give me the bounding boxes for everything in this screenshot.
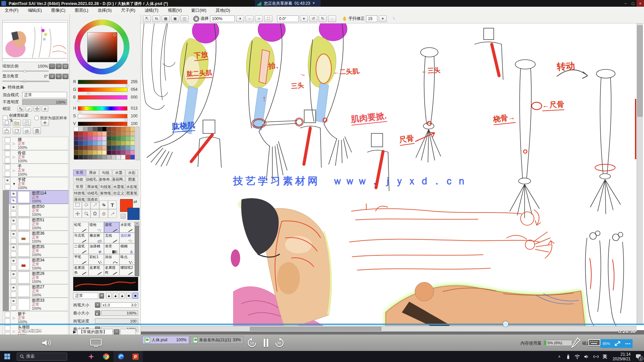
layer-visibility-checkbox[interactable]: 👁 [11, 298, 16, 304]
text-tool[interactable]: T [108, 200, 117, 209]
color-swatch[interactable] [125, 150, 130, 155]
brush-item[interactable]: 选区擦 [119, 233, 135, 243]
clear-layer-button[interactable] [23, 127, 31, 134]
color-swatch[interactable] [107, 127, 111, 131]
brush-item[interactable]: 老累喷枪 [104, 265, 119, 276]
brush-item[interactable]: 噪点. [119, 254, 135, 265]
brush-item[interactable]: 老累混色 [73, 265, 89, 276]
layer-effect-button[interactable] [41, 119, 49, 126]
color-swatch[interactable] [121, 131, 125, 136]
color-swatch[interactable] [97, 141, 102, 145]
texture-expand-icon[interactable]: ▶ [73, 329, 76, 334]
brush-item[interactable]: 铅笔 [73, 222, 89, 233]
chevron-down-icon[interactable]: ˅ [313, 1, 315, 6]
color-swatch[interactable] [74, 127, 78, 131]
video-progress-bar[interactable] [0, 324, 644, 325]
color-swatch[interactable] [74, 145, 78, 150]
color-slider-b[interactable]: B000 [73, 94, 138, 101]
layer-row[interactable]: ▷骨盆正常100% [3, 150, 68, 164]
brush-blend-select[interactable]: 正常 [73, 293, 98, 299]
brush-tab[interactable]: 动植毛... [86, 176, 99, 182]
screen-share-banner[interactable]: 您正在共享屏幕 01:43:23 ˅ [255, 0, 321, 7]
guides-button[interactable]: ◫ [180, 15, 189, 22]
player-menu-dots[interactable]: ⋯ [625, 341, 630, 347]
layer-lock-checkbox[interactable] [5, 318, 10, 324]
powerpoint-icon[interactable]: P [128, 351, 143, 362]
reset-view-button[interactable]: ⇱ [143, 15, 151, 22]
canvas-horizontal-scrollbar[interactable] [141, 326, 637, 331]
panel-divider-handle[interactable] [20, 81, 50, 82]
ime-indicator[interactable]: 英 [601, 351, 609, 362]
color-swatch[interactable] [102, 136, 107, 141]
layer-row[interactable]: 👁图层33正常100% [9, 298, 68, 311]
brush-tab[interactable]: 水墨 [112, 170, 125, 176]
layer-lock-checkbox[interactable] [5, 144, 10, 150]
layer-row[interactable]: ▷腿正常100% [3, 137, 68, 150]
color-swatch[interactable] [116, 141, 121, 145]
brush-item[interactable]: 老累笔 [89, 265, 104, 276]
color-swatch[interactable] [125, 145, 130, 150]
color-swatch[interactable] [93, 131, 97, 136]
color-swatch[interactable] [97, 150, 102, 155]
color-swatch[interactable] [130, 155, 135, 160]
color-swatch[interactable] [130, 131, 135, 136]
duplicate-layer-button[interactable] [13, 127, 21, 134]
brush-group[interactable]: 特效笔 [73, 190, 86, 196]
usb-icon[interactable] [564, 351, 573, 362]
brush-shape-select[interactable]: 【常规的圆形】 [77, 329, 113, 335]
brush-tab[interactable]: 图案 [125, 176, 138, 182]
color-swatch[interactable] [97, 131, 102, 136]
menu-item[interactable]: 尺子(R) [116, 7, 140, 14]
color-swatch[interactable] [88, 145, 93, 150]
color-swatch[interactable] [97, 127, 102, 131]
layer-row[interactable]: ▷躯干正常100% [3, 311, 68, 324]
color-swatch[interactable] [102, 127, 107, 131]
color-swatch[interactable] [88, 141, 93, 145]
color-swatch[interactable] [121, 145, 125, 150]
layer-visibility-checkbox[interactable]: 👁 [11, 285, 16, 291]
color-swatch[interactable] [121, 127, 125, 131]
edge-icon[interactable] [113, 351, 128, 362]
color-swatch[interactable] [74, 131, 78, 136]
brush-item[interactable]: 彩虹1 [89, 254, 104, 265]
skip-forward-button[interactable]: 30 [274, 338, 284, 349]
layer-visibility-checkbox[interactable]: 👁 [11, 204, 16, 210]
layer-visibility-checkbox[interactable] [5, 325, 10, 331]
color-swatch[interactable] [121, 141, 125, 145]
brush-group[interactable]: 图案笔 [125, 190, 138, 196]
color-slider-h[interactable]: H013 [73, 105, 138, 112]
menu-item[interactable]: 窗口(W) [186, 7, 211, 14]
color-swatch[interactable] [88, 155, 93, 160]
brush-item[interactable]: 油漆桶 [89, 243, 104, 254]
color-swatch[interactable] [116, 150, 121, 155]
color-swatch[interactable] [83, 131, 88, 136]
color-swatch[interactable] [111, 155, 116, 160]
special-effects-header[interactable]: ▶ 特殊效果 [3, 84, 67, 90]
color-swatch[interactable] [78, 155, 83, 160]
taskbar-clock[interactable]: 21:14 2025/8/21 [613, 352, 631, 361]
brush-item[interactable]: 平笔 [73, 254, 89, 265]
layer-edit-checkbox[interactable] [11, 292, 16, 297]
color-swatch[interactable] [93, 127, 97, 131]
rotate-reset-button[interactable]: ◌ [328, 15, 336, 22]
zoom-dropdown-button[interactable]: ▾ [236, 15, 244, 22]
setting-option-button[interactable]: ▖ [95, 310, 100, 316]
menu-item[interactable]: 滤镜(T) [140, 7, 163, 14]
layer-visibility-checkbox[interactable]: 👁 [11, 231, 16, 237]
folder-expand-arrow[interactable]: ▷ [12, 142, 16, 145]
layer-lock-checkbox[interactable] [5, 171, 10, 177]
color-swatch[interactable] [107, 141, 111, 145]
color-swatch[interactable] [111, 136, 116, 141]
brush-tab[interactable]: 常用 [73, 170, 86, 176]
color-swatch[interactable] [88, 136, 93, 141]
nib-shape-5[interactable]: ■ [132, 293, 138, 299]
layer-row[interactable]: 👁图层36正常100% [9, 231, 68, 244]
layer-edit-checkbox[interactable] [11, 211, 16, 217]
nav-angle-reset-button[interactable]: ⊙ [62, 74, 68, 79]
color-swatch[interactable] [88, 127, 93, 131]
brush-item[interactable]: 马克笔 [73, 233, 89, 243]
color-swatch[interactable] [107, 150, 111, 155]
stroke-style-icon[interactable]: ﹨ [392, 16, 396, 21]
view-mode-icon[interactable]: ◉ [193, 16, 199, 22]
brush-item[interactable]: 涂抹 [104, 254, 119, 265]
